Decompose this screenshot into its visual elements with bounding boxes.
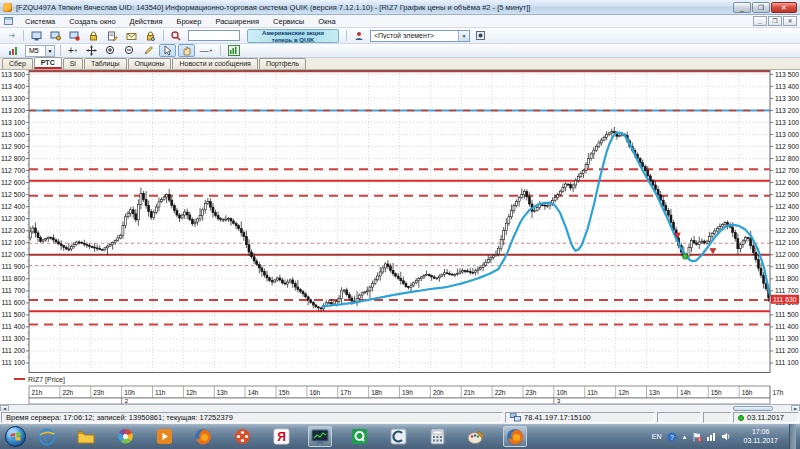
- mdi-close-button[interactable]: ✕: [783, 16, 797, 26]
- help-tray-icon[interactable]: ?: [667, 432, 677, 442]
- draw-pencil-button[interactable]: [140, 44, 157, 57]
- search-icon[interactable]: [168, 29, 184, 42]
- interval-combo[interactable]: M5▼: [25, 45, 55, 57]
- svg-text:111 400: 111 400: [1, 323, 25, 330]
- element-apply-button[interactable]: [473, 29, 488, 42]
- close-button[interactable]: ✕: [771, 2, 797, 13]
- hand-tool-button[interactable]: [178, 44, 195, 57]
- taskbar-icon-firefox-active[interactable]: [503, 426, 527, 447]
- svg-text:111 630: 111 630: [773, 296, 797, 303]
- new-chart-button[interactable]: [225, 44, 243, 57]
- user-red-icon[interactable]: [351, 29, 367, 42]
- monitor-user-icon[interactable]: [47, 29, 64, 42]
- status-date-cell: 03.11.2017: [733, 412, 799, 423]
- svg-text:113 200: 113 200: [775, 107, 799, 114]
- menu-item-Окна[interactable]: Окна: [311, 16, 342, 27]
- network-tray-icon[interactable]: [707, 432, 717, 441]
- svg-text:112 500: 112 500: [1, 191, 25, 198]
- us-stocks-banner[interactable]: Американские акции теперь в QUIK: [247, 29, 339, 43]
- tab-Сбер[interactable]: Сбер: [2, 58, 33, 69]
- monitor-stop-icon[interactable]: [66, 29, 83, 42]
- tab-Портфель[interactable]: Портфель: [259, 58, 306, 69]
- svg-text:113 000: 113 000: [1, 131, 25, 138]
- zoom-out-button[interactable]: [121, 44, 138, 57]
- restore-button[interactable]: ❐: [752, 2, 770, 13]
- taskbar-icon-calculator[interactable]: [425, 426, 449, 447]
- svg-text:112 600: 112 600: [1, 179, 25, 186]
- svg-text:111 600: 111 600: [1, 299, 25, 306]
- lock-icon[interactable]: [85, 29, 102, 42]
- zoom-in-button[interactable]: [102, 44, 119, 57]
- volume-tray-icon[interactable]: [722, 432, 732, 441]
- hour-label: 21h: [32, 389, 43, 396]
- language-indicator[interactable]: EN: [652, 433, 662, 440]
- svg-text:112 900: 112 900: [1, 143, 25, 150]
- tab-РТС[interactable]: РТС: [34, 57, 62, 69]
- hour-label: 19h: [402, 389, 413, 396]
- pointer-tool-button[interactable]: [159, 44, 176, 57]
- svg-text:112 700: 112 700: [1, 167, 25, 174]
- element-selector-value: <Пустой элемент>: [371, 32, 458, 39]
- svg-text:112 400: 112 400: [775, 203, 799, 210]
- menu-item-Брокер[interactable]: Брокер: [169, 16, 208, 27]
- taskbar-clock[interactable]: 17:06 03.11.2017: [737, 428, 784, 445]
- mdi-child-icon: [4, 17, 13, 25]
- network-icon: [510, 413, 521, 422]
- add-plus-button[interactable]: +▼: [65, 44, 81, 57]
- taskbar-icon-media-player[interactable]: [152, 426, 176, 447]
- menu-item-Создать окно[interactable]: Создать окно: [62, 16, 122, 27]
- menu-bar: СистемаСоздать окноДействияБрокерРасшире…: [0, 15, 800, 28]
- tab-Опционы[interactable]: Опционы: [128, 58, 172, 69]
- tab-Таблицы[interactable]: Таблицы: [84, 58, 127, 69]
- chart-properties-button[interactable]: [5, 44, 22, 57]
- lock-cert-icon[interactable]: [142, 29, 159, 42]
- start-button[interactable]: [5, 426, 26, 447]
- svg-text:111 700: 111 700: [775, 287, 799, 294]
- hour-label: 14h: [248, 389, 259, 396]
- tab-Si[interactable]: Si: [63, 58, 83, 69]
- menu-item-Действия[interactable]: Действия: [123, 16, 170, 27]
- chart-hscrollbar[interactable]: ◀ ▶: [0, 404, 800, 411]
- monitor-icon[interactable]: [28, 29, 45, 42]
- mdi-minimize-button[interactable]: _: [753, 16, 767, 26]
- mdi-restore-button[interactable]: ❐: [768, 16, 782, 26]
- element-selector[interactable]: <Пустой элемент> ▼: [370, 30, 470, 42]
- svg-text:112 600: 112 600: [775, 179, 799, 186]
- hour-label: 10h: [124, 389, 135, 396]
- chevron-down-icon[interactable]: ▼: [458, 31, 469, 41]
- toolbar-main: ➜ Американские акции теперь в QUIK <Пуст…: [0, 28, 800, 44]
- server-info: Время сервера: 17:06:12; записей: 139508…: [1, 412, 503, 423]
- taskbar-icon-movie-reel[interactable]: [230, 426, 254, 447]
- taskbar-icon-quik-terminal[interactable]: [308, 426, 332, 447]
- svg-text:111 400: 111 400: [775, 323, 799, 330]
- taskbar-icon-paint[interactable]: [464, 426, 488, 447]
- taskbar-icon-yandex[interactable]: Я: [269, 426, 293, 447]
- show-desktop-button[interactable]: [789, 424, 796, 449]
- taskbar-icon-internet-explorer[interactable]: e: [35, 426, 59, 447]
- menu-item-Система[interactable]: Система: [18, 16, 62, 27]
- show-hidden-icons[interactable]: ▲: [682, 434, 688, 440]
- document-edit-icon[interactable]: [104, 29, 121, 42]
- taskbar-icon-firefox[interactable]: [191, 426, 215, 447]
- taskbar-icon-explorer-folder[interactable]: [74, 426, 98, 447]
- status-bar: Время сервера: 17:06:12; записей: 139508…: [0, 411, 800, 424]
- forward-arrow-icon[interactable]: ➜: [5, 29, 19, 42]
- search-input[interactable]: [188, 30, 240, 41]
- move-cross-button[interactable]: [83, 44, 100, 57]
- menu-item-Расширения[interactable]: Расширения: [208, 16, 266, 27]
- window-title: [FZQU497A Тяпкин Вячеслав UID: 143540] И…: [16, 3, 732, 12]
- svg-text:112 900: 112 900: [775, 143, 799, 150]
- svg-text:113 500: 113 500: [1, 71, 25, 78]
- taskbar-icon-quik-q[interactable]: [347, 426, 371, 447]
- minimize-button[interactable]: _: [733, 2, 751, 13]
- title-bar[interactable]: [FZQU497A Тяпкин Вячеслав UID: 143540] И…: [0, 0, 800, 15]
- taskbar-icon-crypto-pro[interactable]: [386, 426, 410, 447]
- price-chart[interactable]: 111 100111 100111 200111 200111 300111 3…: [0, 70, 800, 404]
- line-style-button[interactable]: —▼: [197, 44, 216, 57]
- action-center-flag-icon[interactable]: x: [692, 432, 702, 442]
- envelope-icon[interactable]: [123, 29, 140, 42]
- menu-item-Сервисы[interactable]: Сервисы: [266, 16, 311, 27]
- taskbar-icon-photo-viewer[interactable]: [113, 426, 137, 447]
- tab-Новости и сообщения[interactable]: Новости и сообщения: [172, 58, 257, 69]
- quik-window: [FZQU497A Тяпкин Вячеслав UID: 143540] И…: [0, 0, 800, 449]
